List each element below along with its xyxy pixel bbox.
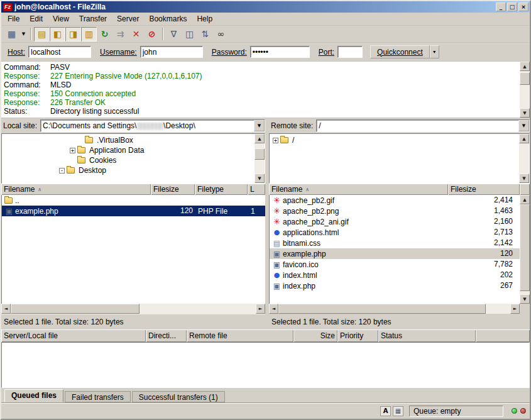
username-input[interactable]: [140, 46, 203, 58]
speed-limit-icon[interactable]: ▦: [393, 406, 403, 416]
scroll-thumb[interactable]: [11, 304, 140, 314]
password-input[interactable]: [250, 46, 310, 58]
scroll-track[interactable]: [520, 71, 530, 108]
tree-item[interactable]: +/: [270, 135, 519, 145]
column-header-status[interactable]: Status: [378, 329, 476, 342]
column-header-filename[interactable]: Filename∧: [269, 184, 448, 195]
toggle-local-tree-button[interactable]: ◧: [50, 27, 65, 41]
transfer-type-icon[interactable]: A: [380, 406, 391, 416]
site-manager-button[interactable]: ▦: [4, 27, 19, 41]
remote-site-combo[interactable]: / ▼: [316, 119, 530, 132]
port-input[interactable]: [337, 46, 363, 58]
scroll-track[interactable]: [278, 304, 510, 314]
scroll-up-button[interactable]: ▲: [520, 195, 530, 204]
column-header-filetype[interactable]: Filetype: [195, 184, 248, 195]
collapse-icon[interactable]: -: [59, 168, 65, 174]
disconnect-button[interactable]: ⊘: [144, 27, 160, 41]
scroll-track[interactable]: [520, 204, 530, 294]
scroll-thumb[interactable]: [255, 148, 265, 160]
maximize-button[interactable]: □: [507, 3, 517, 11]
close-button[interactable]: ×: [518, 3, 528, 11]
column-header-filename[interactable]: Filename∧: [1, 184, 151, 195]
scroll-up-button[interactable]: ▲: [520, 62, 530, 71]
local-site-dropdown-button[interactable]: ▼: [254, 120, 265, 131]
scroll-up-button[interactable]: ▲: [519, 134, 529, 143]
menu-server[interactable]: Server: [112, 13, 144, 25]
column-header-server-local-file[interactable]: Server/Local file: [1, 329, 146, 342]
process-queue-button[interactable]: ⇉: [112, 27, 128, 41]
file-row-selected[interactable]: ▣example.php120: [270, 248, 520, 259]
column-header-priority[interactable]: Priority: [337, 329, 378, 342]
file-row-selected[interactable]: ▣example.php 120 PHP File 1: [2, 206, 265, 216]
scroll-down-button[interactable]: ▼: [255, 174, 265, 183]
menu-transfer[interactable]: Transfer: [74, 13, 112, 25]
expand-icon[interactable]: +: [70, 148, 75, 153]
file-row[interactable]: ▤bitnami.css2,142: [270, 238, 520, 248]
remote-tree: +/ ▲ ▼: [269, 133, 530, 184]
toggle-message-log-button[interactable]: ▤: [34, 27, 50, 41]
remote-list-header: Filename∧ Filesize: [269, 184, 530, 195]
tab-queued-files[interactable]: Queued files: [4, 389, 63, 402]
menu-bookmarks[interactable]: Bookmarks: [144, 13, 192, 25]
chevron-down-icon: ▼: [432, 50, 437, 54]
scroll-track[interactable]: [11, 304, 256, 314]
filter-button[interactable]: ∇: [166, 27, 182, 41]
scroll-down-button[interactable]: ▼: [520, 108, 530, 118]
file-row[interactable]: ●applications.html2,713: [270, 227, 520, 238]
menu-edit[interactable]: Edit: [25, 13, 48, 25]
scroll-up-button[interactable]: ▲: [255, 134, 265, 143]
scroll-thumb[interactable]: [520, 204, 530, 291]
tab-successful-transfers[interactable]: Successful transfers (1): [132, 391, 225, 402]
column-header-lastmodified[interactable]: L: [248, 184, 265, 195]
minimize-button[interactable]: _: [496, 3, 506, 11]
quickconnect-button[interactable]: Quickconnect: [370, 45, 430, 58]
file-row[interactable]: ✳apache_pb2.png1,463: [270, 206, 520, 216]
tree-item[interactable]: +Application Data: [2, 145, 255, 155]
file-row[interactable]: ▣favicon.ico7,782: [270, 259, 520, 270]
remote-site-dropdown-button[interactable]: ▼: [518, 120, 529, 131]
directory-compare-button[interactable]: ◫: [182, 27, 197, 41]
local-site-combo[interactable]: C:\Documents and Settings\▒▒▒▒▒▒▒\Deskto…: [40, 119, 265, 132]
scroll-track[interactable]: [255, 143, 265, 174]
column-header-remote-file[interactable]: Remote file: [187, 329, 293, 342]
selection-status: Selected 1 file. Total size: 120 bytes S…: [1, 314, 530, 329]
cancel-button[interactable]: ✕: [128, 27, 144, 41]
site-manager-dropdown-button[interactable]: ▼: [19, 27, 28, 41]
scroll-left-button[interactable]: ◄: [1, 304, 11, 314]
sync-browse-button[interactable]: ⇅: [197, 27, 213, 41]
toggle-queue-button[interactable]: ▥: [81, 27, 97, 41]
column-header-size[interactable]: Size: [293, 329, 337, 342]
file-row[interactable]: ✳apache_pb2_ani.gif2,160: [270, 216, 520, 227]
scroll-thumb[interactable]: [520, 72, 530, 85]
queue-header: Server/Local file Directi... Remote file…: [1, 329, 530, 342]
tree-item[interactable]: Cookies: [2, 155, 255, 165]
file-row[interactable]: ..: [2, 195, 265, 206]
column-header-direction[interactable]: Directi...: [146, 329, 187, 342]
tree-item[interactable]: -Desktop: [2, 165, 255, 175]
refresh-button[interactable]: ↻: [97, 27, 112, 41]
tree-item[interactable]: .VirtualBox: [2, 135, 255, 145]
file-row[interactable]: ▣index.php267: [270, 280, 520, 291]
scroll-left-button[interactable]: ◄: [269, 304, 278, 314]
scroll-right-button[interactable]: ►: [256, 304, 265, 314]
file-row[interactable]: ●index.html202: [270, 270, 520, 280]
scroll-right-button[interactable]: ►: [510, 304, 520, 314]
host-input[interactable]: [28, 46, 91, 58]
column-header-filesize[interactable]: Filesize: [151, 184, 195, 195]
scroll-down-button[interactable]: ▼: [519, 174, 529, 183]
quickconnect-dropdown-button[interactable]: ▼: [430, 45, 439, 58]
expand-icon[interactable]: +: [273, 138, 278, 143]
toggle-remote-tree-button[interactable]: ◨: [65, 27, 81, 41]
column-header-filesize[interactable]: Filesize: [448, 184, 520, 195]
file-row[interactable]: ✳apache_pb2.gif2,414: [270, 195, 520, 206]
scroll-down-button[interactable]: ▼: [520, 294, 530, 304]
scroll-thumb[interactable]: [278, 304, 486, 314]
menu-help[interactable]: Help: [192, 13, 217, 25]
css-file-icon: ▤: [272, 239, 282, 248]
find-files-button[interactable]: ∞: [213, 27, 229, 41]
menu-view[interactable]: View: [48, 13, 74, 25]
scroll-track[interactable]: [519, 143, 529, 174]
menu-file[interactable]: File: [3, 13, 25, 25]
chevron-down-icon: ▼: [522, 123, 525, 128]
tab-failed-transfers[interactable]: Failed transfers: [65, 391, 131, 402]
